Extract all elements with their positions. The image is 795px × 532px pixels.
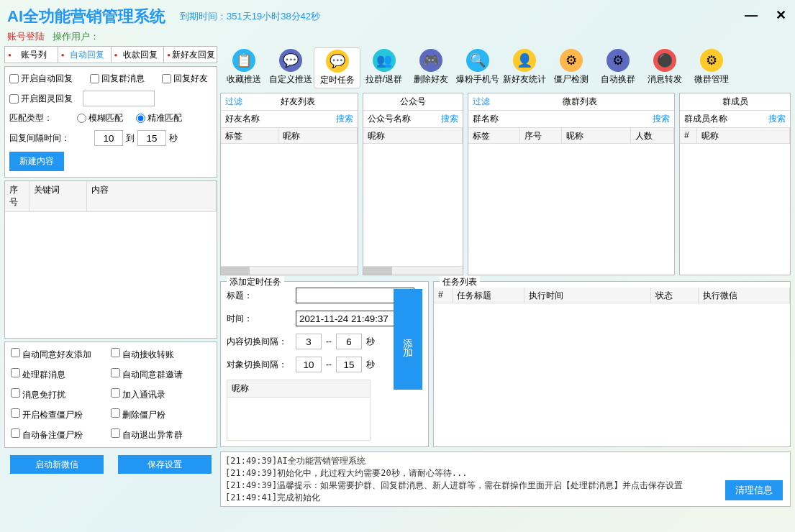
- friend-search-link[interactable]: 搜索: [336, 113, 353, 125]
- tool-icon: 🔍: [466, 49, 489, 72]
- member-list-panel: 群成员 群成员名称搜索 #昵称: [679, 93, 791, 275]
- tab-auto-reply[interactable]: 自动回复: [58, 47, 112, 63]
- reply-settings: 开启自动回复 回复群消息 回复好友 开启图灵回复 匹配类型： 模糊匹配 精准匹配…: [4, 66, 217, 178]
- tool-7[interactable]: ⚙僵尸检测: [548, 47, 594, 88]
- tool-9[interactable]: ⚫消息转发: [641, 47, 688, 88]
- start-wechat-button[interactable]: 启动新微信: [10, 455, 104, 474]
- match-type-label: 匹配类型：: [9, 112, 53, 124]
- cb-process-group[interactable]: 处理群消息: [11, 368, 111, 381]
- friend-panel-title: 好友列表: [281, 96, 315, 108]
- add-task-title: 添加定时任务: [227, 276, 284, 288]
- public-panel-title: 公众号: [400, 96, 426, 108]
- reply-content-table: 序号 关键词 内容: [4, 180, 217, 339]
- add-task-button[interactable]: 添加: [394, 289, 422, 390]
- tool-0[interactable]: 📋收藏推送: [220, 47, 267, 88]
- public-search-link[interactable]: 搜索: [441, 113, 458, 125]
- public-search-label: 公众号名称: [368, 113, 411, 125]
- current-user-label: 操作用户：: [53, 31, 99, 42]
- tool-icon: ⚙: [700, 49, 723, 72]
- tool-5[interactable]: 🔍爆粉手机号: [454, 47, 501, 88]
- radio-fuzzy[interactable]: 模糊匹配: [77, 112, 123, 124]
- app-title: AI全功能营销管理系统: [7, 6, 165, 27]
- left-tabs: 账号列 自动回复 收款回复 新好友回复: [4, 46, 217, 63]
- main-toolbar: 📋收藏推送💬自定义推送💬定时任务👥拉群/退群🎮删除好友🔍爆粉手机号👤新好友统计⚙…: [220, 46, 791, 93]
- group-search-link[interactable]: 搜索: [653, 113, 670, 125]
- log-panel: [21:49:39]AI全功能营销管理系统[21:49:39]初始化中，此过程大…: [220, 451, 791, 507]
- tab-payment-reply[interactable]: 收款回复: [112, 47, 165, 63]
- tool-10[interactable]: ⚙微群管理: [688, 47, 735, 88]
- interval-to[interactable]: [137, 130, 166, 146]
- cb-auto-reply[interactable]: 开启自动回复: [9, 73, 73, 85]
- pic-reply-input[interactable]: [83, 91, 155, 106]
- expiry-time: 到期时间：351天19小时38分42秒: [180, 10, 320, 23]
- tool-4[interactable]: 🎮删除好友: [407, 47, 454, 88]
- cb-check-zombie[interactable]: 开启检查僵尸粉: [11, 408, 111, 421]
- cb-no-disturb[interactable]: 消息免打扰: [11, 388, 111, 401]
- target-to[interactable]: [336, 357, 362, 372]
- cb-reply-friend[interactable]: 回复好友: [162, 73, 208, 85]
- cb-auto-accept[interactable]: 自动同意好友添加: [11, 348, 111, 361]
- col-keyword: 关键词: [29, 181, 87, 211]
- friend-filter-link[interactable]: 过滤: [225, 96, 242, 108]
- tool-icon: 👤: [513, 49, 536, 72]
- task-time-input[interactable]: [296, 311, 400, 326]
- group-list-panel: 过滤微群列表 群名称搜索 标签序号昵称人数: [468, 93, 675, 275]
- col-index: 序号: [5, 181, 29, 211]
- cb-group-invite[interactable]: 自动同意群邀请: [111, 368, 211, 381]
- tool-8[interactable]: ⚙自动换群: [594, 47, 641, 88]
- public-account-panel: 公众号 公众号名称搜索 昵称: [363, 93, 463, 275]
- content-to[interactable]: [336, 334, 362, 349]
- friend-scrollbar[interactable]: [221, 266, 358, 275]
- log-text: [21:49:39]AI全功能营销管理系统[21:49:39]初始化中，此过程大…: [221, 452, 790, 506]
- tool-2[interactable]: 💬定时任务: [314, 47, 360, 88]
- nick-table: 昵称: [227, 380, 371, 441]
- tool-icon: 🎮: [419, 49, 442, 72]
- public-scrollbar[interactable]: [363, 266, 463, 275]
- col-content: 内容: [87, 181, 217, 211]
- task-list-panel: 任务列表 # 任务标题 执行时间 状态 执行微信: [433, 281, 791, 447]
- tool-icon: ⚙: [560, 49, 583, 72]
- cb-pic-reply[interactable]: 开启图灵回复: [9, 93, 73, 105]
- cb-note-zombie[interactable]: 自动备注僵尸粉: [11, 428, 111, 441]
- cb-add-contacts[interactable]: 加入通讯录: [111, 388, 211, 401]
- tool-3[interactable]: 👥拉群/退群: [360, 47, 407, 88]
- tool-6[interactable]: 👤新好友统计: [501, 47, 548, 88]
- minimize-button[interactable]: —: [745, 8, 758, 22]
- tab-new-friend-reply[interactable]: 新好友回复: [164, 47, 217, 63]
- group-search-label: 群名称: [473, 113, 499, 125]
- member-search-label: 群成员名称: [684, 113, 727, 125]
- cb-del-zombie[interactable]: 删除僵尸粉: [111, 408, 211, 421]
- tool-icon: 👥: [373, 49, 396, 72]
- tool-1[interactable]: 💬自定义推送: [267, 47, 314, 88]
- content-from[interactable]: [296, 334, 322, 349]
- radio-exact[interactable]: 精准匹配: [136, 112, 182, 124]
- login-link[interactable]: 账号登陆: [7, 31, 45, 42]
- friend-search-label: 好友名称: [225, 113, 260, 125]
- cb-auto-transfer[interactable]: 自动接收转账: [111, 348, 211, 361]
- clear-log-button[interactable]: 清理信息: [725, 480, 783, 500]
- cb-reply-group[interactable]: 回复群消息: [90, 73, 145, 85]
- interval-label: 回复间隔时间：: [9, 132, 70, 145]
- tool-icon: ⚙: [607, 49, 630, 72]
- save-settings-button[interactable]: 保存设置: [118, 455, 212, 474]
- cb-exit-group[interactable]: 自动退出异常群: [111, 428, 211, 441]
- close-button[interactable]: ✕: [776, 8, 786, 22]
- interval-from[interactable]: [94, 130, 123, 146]
- friend-list-panel: 过滤好友列表 好友名称搜索 标签昵称: [220, 93, 358, 275]
- tab-accounts[interactable]: 账号列: [5, 47, 58, 63]
- add-task-panel: 添加定时任务 标题： 时间： ▼ 内容切换间隔： -- 秒: [220, 281, 429, 447]
- tool-icon: 📋: [232, 49, 255, 72]
- new-content-button[interactable]: 新建内容: [9, 152, 64, 171]
- tool-icon: 💬: [279, 49, 302, 72]
- group-panel-title: 微群列表: [563, 96, 597, 108]
- member-panel-title: 群成员: [722, 96, 748, 108]
- options-panel: 自动同意好友添加 自动接收转账 处理群消息 自动同意群邀请 消息免打扰 加入通讯…: [4, 341, 217, 448]
- tool-icon: 💬: [326, 50, 349, 73]
- member-search-link[interactable]: 搜索: [768, 113, 786, 125]
- task-list-title: 任务列表: [440, 276, 480, 288]
- tool-icon: ⚫: [653, 49, 676, 72]
- target-from[interactable]: [296, 357, 322, 372]
- group-filter-link[interactable]: 过滤: [473, 96, 490, 108]
